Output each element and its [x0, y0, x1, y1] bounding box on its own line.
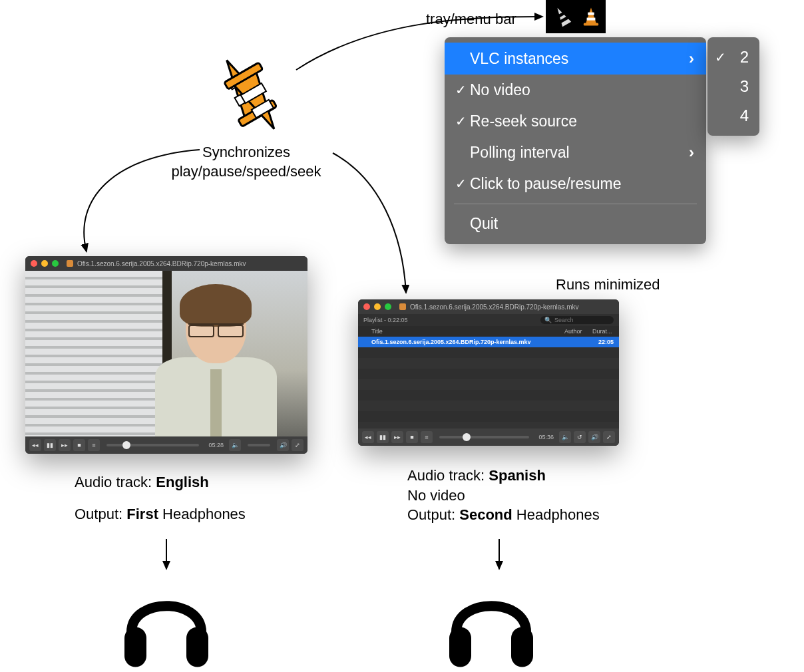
chevron-right-icon: ›: [689, 47, 694, 71]
window-titlebar[interactable]: Ofis.1.sezon.6.serija.2005.x264.BDRip.72…: [358, 299, 619, 314]
check-icon: ✓: [711, 47, 729, 67]
playlist-button[interactable]: ≡: [88, 439, 100, 451]
window-title: Ofis.1.sezon.6.serija.2005.x264.BDRip.72…: [77, 260, 302, 267]
audio-button[interactable]: 🔊: [588, 431, 600, 443]
submenu-option-3[interactable]: 3: [707, 72, 759, 101]
fullscreen-button[interactable]: ⤢: [603, 431, 615, 443]
svg-rect-12: [186, 627, 208, 667]
caption-right: Audio track: Spanish No video Output: Se…: [407, 466, 600, 525]
tray-vlc-icon[interactable]: [580, 4, 602, 29]
menu-item-vlc-instances[interactable]: VLC instances ›: [445, 43, 706, 75]
seek-knob[interactable]: [463, 433, 471, 441]
search-input[interactable]: [554, 317, 608, 323]
menu-item-reseek-source[interactable]: ✓ Re-seek source: [445, 106, 706, 137]
vlc-window-primary[interactable]: Ofis.1.sezon.6.serija.2005.x264.BDRip.72…: [25, 256, 307, 454]
menu-item-label: Quit: [470, 212, 498, 236]
minimize-icon[interactable]: [41, 260, 48, 267]
playlist-search[interactable]: 🔍: [540, 316, 614, 324]
playlist-empty-rows: [358, 347, 619, 428]
file-icon: [67, 260, 73, 267]
col-duration[interactable]: Durat...: [592, 328, 619, 335]
rewind-button[interactable]: ◂◂: [29, 439, 41, 451]
window-title: Ofis.1.sezon.6.serija.2005.x264.BDRip.72…: [410, 303, 614, 311]
svg-rect-14: [511, 627, 533, 667]
check-icon: ✓: [451, 80, 470, 100]
menu-item-label: No video: [470, 79, 530, 102]
maximize-icon[interactable]: [385, 303, 391, 310]
check-icon: ✓: [451, 174, 470, 194]
caption-left: Audio track: English Output: First Headp…: [75, 472, 246, 524]
forward-button[interactable]: ▸▸: [391, 431, 403, 443]
play-pause-button[interactable]: ▮▮: [44, 439, 56, 451]
maximize-icon[interactable]: [52, 260, 59, 267]
time-display: 05:36: [538, 434, 554, 440]
video-frame[interactable]: [25, 271, 307, 436]
headphones-icon: [113, 572, 220, 672]
time-display: 05:28: [208, 442, 224, 448]
mute-button[interactable]: 🔈: [229, 439, 241, 451]
playlist-row-duration: 22:05: [592, 339, 619, 345]
headphones-icon: [438, 572, 544, 672]
menu-item-quit[interactable]: Quit: [445, 208, 706, 240]
submenu-option-4[interactable]: 4: [707, 101, 759, 130]
audio-button[interactable]: 🔊: [277, 439, 289, 451]
tray-dropdown-menu: VLC instances › ✓ No video ✓ Re-seek sou…: [445, 37, 706, 244]
svg-rect-9: [587, 18, 596, 21]
playlist-row-title: Ofis.1.sezon.6.serija.2005.x264.BDRip.72…: [358, 339, 592, 345]
svg-rect-10: [584, 23, 598, 26]
playlist-columns[interactable]: Title Author Durat...: [358, 326, 619, 337]
rewind-button[interactable]: ◂◂: [362, 431, 374, 443]
menu-item-polling-interval[interactable]: Polling interval ›: [445, 136, 706, 168]
playlist-button[interactable]: ≡: [421, 431, 433, 443]
check-icon: ✓: [451, 111, 470, 131]
menu-item-click-to-pause[interactable]: ✓ Click to pause/resume: [445, 168, 706, 200]
playlist-header: Playlist - 0:22:05 🔍: [358, 314, 619, 326]
tray-app-icon[interactable]: [550, 4, 575, 29]
seek-knob[interactable]: [122, 441, 130, 449]
vlc-instances-submenu: ✓ 2 3 4: [707, 37, 759, 136]
seek-bar[interactable]: [439, 436, 529, 438]
playback-controls: ◂◂ ▮▮ ▸▸ ■ ≡ 05:36 🔈 ↺ 🔊 ⤢: [358, 428, 619, 446]
menu-item-no-video[interactable]: ✓ No video: [445, 75, 706, 106]
traffic-lights[interactable]: [363, 303, 391, 310]
close-icon[interactable]: [31, 260, 37, 267]
playback-controls: ◂◂ ▮▮ ▸▸ ■ ≡ 05:28 🔈 🔊 ⤢: [25, 436, 307, 454]
submenu-option-2[interactable]: ✓ 2: [707, 43, 759, 72]
svg-rect-13: [449, 627, 471, 667]
stop-button[interactable]: ■: [73, 439, 85, 451]
col-author[interactable]: Author: [564, 328, 592, 335]
menu-item-label: Click to pause/resume: [470, 172, 622, 196]
sync-description: Synchronizes play/pause/speed/seek: [153, 143, 339, 181]
vlc-window-secondary[interactable]: Ofis.1.sezon.6.serija.2005.x264.BDRip.72…: [358, 299, 619, 446]
svg-rect-8: [588, 13, 594, 15]
search-icon: 🔍: [544, 317, 552, 323]
window-titlebar[interactable]: Ofis.1.sezon.6.serija.2005.x264.BDRip.72…: [25, 256, 307, 271]
menu-item-label: Polling interval: [470, 141, 570, 164]
play-pause-button[interactable]: ▮▮: [377, 431, 389, 443]
minimize-icon[interactable]: [374, 303, 381, 310]
tray-menubar: [546, 0, 606, 33]
shuffle-button[interactable]: ↺: [574, 431, 586, 443]
menu-separator: [454, 204, 697, 204]
file-icon: [399, 303, 406, 310]
menu-item-label: Re-seek source: [470, 110, 577, 133]
traffic-lights[interactable]: [31, 260, 59, 267]
col-title[interactable]: Title: [367, 328, 564, 335]
seek-bar[interactable]: [106, 444, 199, 446]
close-icon[interactable]: [363, 303, 370, 310]
app-logo-cones: [206, 50, 293, 136]
tray-label: tray/menu bar: [426, 11, 516, 28]
forward-button[interactable]: ▸▸: [59, 439, 71, 451]
menu-item-label: VLC instances: [470, 47, 568, 71]
fullscreen-button[interactable]: ⤢: [292, 439, 303, 451]
stop-button[interactable]: ■: [406, 431, 418, 443]
playlist-row[interactable]: Ofis.1.sezon.6.serija.2005.x264.BDRip.72…: [358, 337, 619, 347]
volume-bar[interactable]: [248, 444, 270, 446]
chevron-right-icon: ›: [689, 140, 694, 164]
playlist-header-text: Playlist - 0:22:05: [363, 317, 408, 323]
mute-button[interactable]: 🔈: [559, 431, 571, 443]
runs-minimized-label: Runs minimized: [556, 276, 660, 293]
svg-rect-11: [124, 627, 146, 667]
